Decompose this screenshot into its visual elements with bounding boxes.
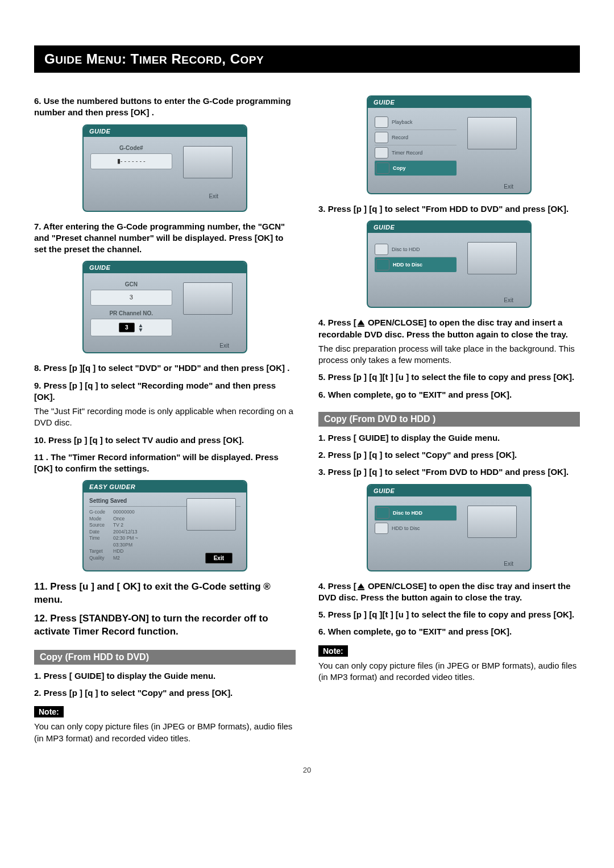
page-title: GUIDE MENU: TIMER RECORD, COPY xyxy=(34,45,580,73)
guide-item-disc-to-hdd: Disc to HDD xyxy=(375,242,457,257)
copy-step-1: 1. Press [ GUIDE] to display the Guide m… xyxy=(34,670,296,682)
preview-thumb xyxy=(467,506,517,538)
gcode-label: G-Code# xyxy=(90,145,172,151)
preview-thumb xyxy=(467,242,517,274)
figure-guide-menu: GUIDE Playback Record Timer Record xyxy=(367,95,532,194)
d-step-5: 5. Press [p ] [q ][t ] [u ] to select th… xyxy=(318,609,580,620)
preview-thumb xyxy=(467,117,517,149)
osd-title: GUIDE xyxy=(368,97,530,108)
playback-icon xyxy=(375,116,388,128)
guide-item-playback: Playback xyxy=(375,115,457,130)
osd-title: GUIDE xyxy=(368,222,530,233)
guide-item-record: Record xyxy=(375,130,457,145)
osd-title: GUIDE xyxy=(84,262,246,273)
exit-label: Exit xyxy=(504,561,513,567)
note-body: You can only copy picture files (in JPEG… xyxy=(318,660,580,683)
gcn-value: 3 xyxy=(90,290,172,306)
guide-item-hdd-to-disc: HDD to Disc xyxy=(375,257,457,272)
guide-item-copy: Copy xyxy=(375,161,457,176)
note-body: You can only copy picture files (in JPEG… xyxy=(34,721,296,744)
updown-icon: ▲▼ xyxy=(138,323,144,332)
section-copy-hdd-to-dvd: Copy (From HDD to DVD) xyxy=(34,650,296,665)
step-10: 10. Press [p ] [q ] to select TV audio a… xyxy=(34,435,296,446)
right-column: GUIDE Playback Record Timer Record xyxy=(318,90,580,749)
left-column: 6. Use the numbered buttons to enter the… xyxy=(34,90,296,749)
exit-label: Exit xyxy=(219,343,229,349)
d-step-2: 2. Press [p ] [q ] to select "Copy" and … xyxy=(318,449,580,461)
disc-hdd-icon xyxy=(375,244,388,255)
exit-label: Exit xyxy=(504,297,513,303)
prch-label: PR Channel NO. xyxy=(90,310,172,316)
step-9: 9. Press [p ] [q ] to select "Recording … xyxy=(34,380,296,403)
step-10b: 11 . The "Timer Record information" will… xyxy=(34,452,296,475)
eject-icon xyxy=(358,320,364,325)
note-label: Note: xyxy=(318,645,348,657)
step-6: 6. Use the numbered buttons to enter the… xyxy=(34,95,296,119)
figure-guide-gcn: GUIDE GCN 3 PR Channel NO. 3 ▲▼ Exit xyxy=(82,261,247,353)
eject-icon xyxy=(358,583,364,589)
d-step-1: 1. Press [ GUIDE] to display the Guide m… xyxy=(318,432,580,444)
r-step-4-note: The disc preparation process will take p… xyxy=(318,343,580,366)
hdd-disc-icon xyxy=(376,259,389,270)
step-7: 7. After entering the G-Code programming… xyxy=(34,221,296,256)
preview-thumb xyxy=(183,282,233,315)
exit-label: Exit xyxy=(504,183,513,190)
copy-icon xyxy=(376,162,389,174)
osd-title: GUIDE xyxy=(84,126,246,137)
exit-label: Exit xyxy=(209,193,218,199)
d-step-4: 4. Press [ OPEN/CLOSE] to open the disc … xyxy=(318,581,580,604)
step-11: 11. Press [u ] and [ OK] to exit the G-C… xyxy=(34,581,296,607)
r-step-5: 5. Press [p ] [q ][t ] [u ] to select th… xyxy=(318,372,580,383)
guide-item-hdd-to-disc: HDD to Disc xyxy=(375,521,457,536)
r-step-6: 6. When complete, go to "EXIT" and press… xyxy=(318,389,580,400)
figure-guide-gcode: GUIDE G-Code# ▮- - - - - - - Exit xyxy=(82,124,247,212)
timer-icon xyxy=(375,147,388,158)
copy-step-2: 2. Press [p ] [q ] to select "Copy" and … xyxy=(34,687,296,699)
r-step-3: 3. Press [p ] [q ] to select "From HDD t… xyxy=(318,203,580,215)
gcode-value: ▮- - - - - - - xyxy=(90,153,172,169)
preview-thumb xyxy=(186,498,236,531)
section-copy-dvd-to-hdd: Copy (From DVD to HDD ) xyxy=(318,412,580,427)
figure-guide-copy-target-hdd2disc: GUIDE Disc to HDD HDD to Disc Exit xyxy=(367,220,532,308)
note-label: Note: xyxy=(34,706,64,717)
prch-value: 3 ▲▼ xyxy=(90,319,172,336)
d-step-6: 6. When complete, go to "EXIT" and press… xyxy=(318,626,580,637)
hdd-disc-icon xyxy=(375,523,388,534)
figure-easy-guider: EASY GUIDER Setting Saved G-code00000000… xyxy=(82,480,247,571)
step-12: 12. Press [STANDBY-ON] to turn the recor… xyxy=(34,612,296,639)
disc-hdd-icon xyxy=(376,507,389,519)
r-step-4: 4. Press [ OPEN/CLOSE] to open the disc … xyxy=(318,317,580,340)
guide-item-disc-to-hdd: Disc to HDD xyxy=(375,506,457,521)
d-step-3: 3. Press [p ] [q ] to select "From DVD t… xyxy=(318,466,580,478)
osd-title: GUIDE xyxy=(368,485,530,496)
step-9-note: The "Just Fit" recording mode is only ap… xyxy=(34,406,296,429)
preview-thumb xyxy=(183,146,233,178)
exit-button: Exit xyxy=(205,553,233,564)
record-icon xyxy=(375,132,388,143)
guide-item-timer-record: Timer Record xyxy=(375,145,457,161)
step-8: 8. Press [p ][q ] to select "DVD" or "HD… xyxy=(34,362,296,374)
osd-title: EASY GUIDER xyxy=(84,481,246,493)
figure-guide-copy-target-disc2hdd: GUIDE Disc to HDD HDD to Disc Exit xyxy=(367,484,532,571)
page-number: 20 xyxy=(34,766,580,774)
gcn-label: GCN xyxy=(90,281,172,287)
